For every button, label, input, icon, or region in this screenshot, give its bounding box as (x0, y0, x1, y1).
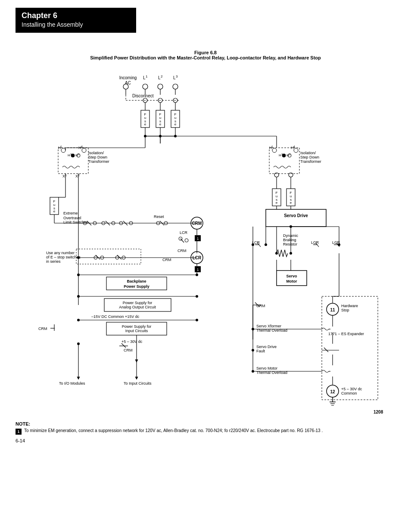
svg-text:CRM: CRM (38, 327, 47, 331)
svg-text:11: 11 (330, 308, 335, 312)
chapter-subtitle: Installing the Assembly (22, 21, 130, 28)
svg-text:of E – stop switches: of E – stop switches (46, 255, 81, 259)
svg-text:Transformer: Transformer (88, 159, 109, 164)
svg-text:Fault: Fault (256, 349, 265, 353)
svg-point-189 (77, 342, 80, 345)
svg-rect-157 (76, 249, 141, 264)
svg-text:Servo Xformer: Servo Xformer (256, 324, 281, 328)
svg-point-217 (290, 252, 292, 255)
svg-text:Step Down: Step Down (300, 155, 319, 159)
note-marker-1: 1 (16, 429, 22, 435)
svg-text:Power Supply for: Power Supply for (122, 324, 152, 329)
svg-text:3: 3 (176, 75, 178, 78)
svg-text:1208: 1208 (374, 410, 383, 414)
page-number: 6-14 (16, 438, 395, 443)
circuit-diagram: Incoming AC L 1 L 2 L 3 Disconnect (12, 64, 399, 417)
svg-point-74 (272, 148, 277, 152)
svg-point-160 (77, 274, 80, 276)
svg-point-77 (294, 148, 298, 152)
svg-point-265 (252, 370, 254, 373)
svg-text:CRM: CRM (192, 221, 202, 226)
svg-point-92 (174, 135, 177, 137)
svg-line-244 (324, 348, 328, 352)
svg-point-264 (252, 349, 254, 352)
svg-text:LCR: LCR (180, 230, 188, 235)
svg-text:Step Down: Step Down (88, 155, 107, 159)
note-text-1: To minimize EM generation, connect a sup… (24, 428, 323, 433)
svg-text:e: e (290, 201, 292, 205)
svg-text:Backplane: Backplane (127, 279, 146, 283)
page-footer: NOTE: 1 To minimize EM generation, conne… (0, 421, 411, 443)
svg-text:Power Supply: Power Supply (124, 284, 149, 289)
svg-text:Power Supply for: Power Supply for (123, 301, 153, 305)
svg-text:Transformer: Transformer (300, 159, 321, 164)
svg-rect-61 (58, 148, 88, 174)
svg-line-147 (117, 255, 121, 259)
svg-line-144 (96, 255, 100, 259)
svg-text:Servo Motor: Servo Motor (256, 366, 277, 370)
svg-text:LCR: LCR (193, 255, 202, 260)
svg-text:Extreme: Extreme (63, 211, 78, 215)
svg-text:Motor: Motor (286, 279, 297, 283)
chapter-number: Chapter 6 (22, 11, 130, 21)
svg-text:e: e (159, 122, 162, 126)
svg-point-174 (77, 319, 80, 321)
figure-number: Figure 6.8 (55, 50, 356, 55)
note-section: NOTE: 1 To minimize EM generation, conne… (16, 421, 395, 435)
svg-text:Disconnect: Disconnect (132, 93, 154, 98)
svg-point-54 (71, 154, 75, 157)
svg-line-184 (121, 343, 126, 348)
svg-point-168 (196, 295, 198, 298)
svg-text:Isolation/: Isolation/ (300, 151, 316, 155)
svg-rect-87 (269, 148, 299, 174)
svg-point-8 (143, 84, 148, 89)
svg-text:in series: in series (46, 259, 61, 264)
svg-text:12: 12 (330, 389, 335, 394)
svg-point-71 (144, 135, 146, 137)
note-label: NOTE: (16, 421, 30, 426)
svg-text:Isolation/: Isolation/ (88, 151, 104, 155)
svg-text:1771 – ES Expander: 1771 – ES Expander (328, 332, 364, 336)
svg-text:Hardware: Hardware (341, 304, 358, 308)
svg-text:Input Circuits: Input Circuits (125, 329, 148, 333)
svg-text:LCR: LCR (311, 240, 319, 245)
svg-text:+5 – 30V dc: +5 – 30V dc (341, 387, 362, 391)
svg-point-10 (173, 84, 178, 89)
svg-point-51 (82, 148, 86, 152)
svg-point-263 (252, 328, 254, 330)
note-item-1: 1 To minimize EM generation, connect a s… (16, 428, 395, 435)
svg-text:e: e (53, 209, 56, 213)
svg-text:To Input Circuits: To Input Circuits (124, 381, 152, 386)
svg-text:1: 1 (146, 75, 148, 78)
svg-point-220 (290, 225, 292, 228)
svg-text:Servo: Servo (286, 274, 297, 278)
svg-text:+5 – 30V dc: +5 – 30V dc (121, 339, 143, 344)
chapter-header: Chapter 6 Installing the Assembly (16, 8, 136, 33)
svg-text:e: e (144, 122, 146, 126)
figure-title: Simplified Power Distribution with the M… (55, 55, 356, 60)
svg-text:Braking: Braking (283, 238, 296, 242)
svg-point-9 (158, 84, 163, 89)
svg-point-175 (196, 319, 198, 321)
svg-point-48 (61, 148, 65, 152)
svg-text:Incoming: Incoming (119, 75, 137, 80)
svg-text:CRM: CRM (162, 258, 171, 262)
circuit-svg: Incoming AC L 1 L 2 L 3 Disconnect (12, 64, 399, 417)
svg-text:e: e (174, 122, 177, 126)
svg-text:2: 2 (161, 75, 163, 78)
svg-point-167 (77, 295, 80, 298)
svg-text:Stop: Stop (341, 308, 349, 312)
svg-text:Common: Common (341, 391, 357, 395)
svg-text:Limit Switches: Limit Switches (63, 220, 88, 224)
svg-point-216 (275, 252, 278, 255)
svg-text:e: e (276, 201, 278, 205)
svg-text:AC: AC (125, 81, 131, 85)
svg-text:Reset: Reset (154, 215, 164, 219)
svg-point-135 (185, 239, 188, 242)
svg-point-221 (338, 243, 340, 246)
svg-text:Servo Drive: Servo Drive (284, 213, 308, 218)
svg-text:CRM: CRM (256, 304, 265, 308)
svg-text:To I/O Modules: To I/O Modules (59, 381, 85, 386)
svg-text:Servo Drive: Servo Drive (256, 345, 277, 349)
svg-text:Use any number: Use any number (46, 251, 75, 255)
